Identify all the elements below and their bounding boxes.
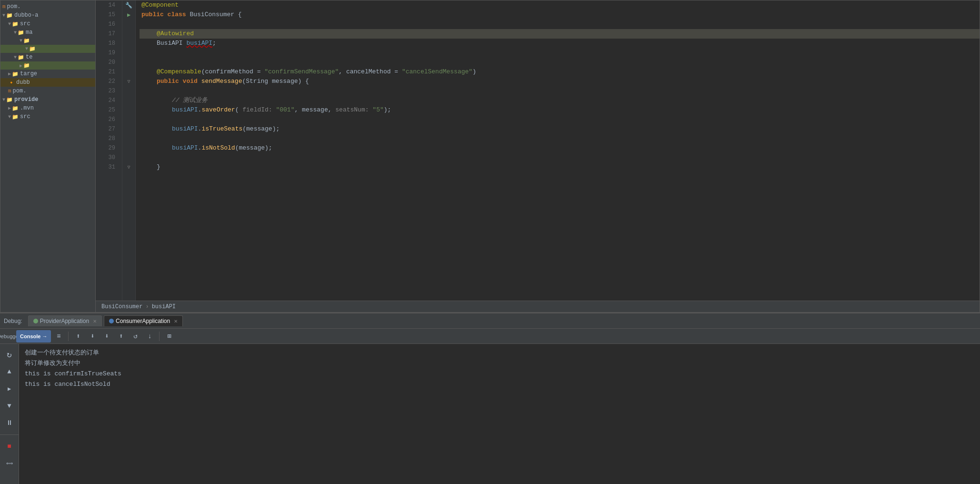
debug-side-controls: ↻ ▲ ▶ ▼ ⏸ ■ ⟺ — [0, 344, 19, 484]
debugger-tab-btn[interactable]: Debugger — [2, 330, 15, 343]
code-line-25: busiAPI.saveOrder( fieldId: "001", messa… — [140, 105, 980, 115]
icon-24 — [122, 96, 136, 105]
tree-item-mvn[interactable]: ▶ 📁 .mvn — [0, 104, 95, 112]
arrow-icon: ▶ — [8, 71, 11, 77]
line-num-20: 20 — [96, 58, 118, 67]
up-icon: ▲ — [7, 368, 11, 375]
line-num-25: 25 — [96, 105, 118, 115]
icon-21 — [122, 67, 136, 77]
folder-green-icon: 📁 — [29, 46, 36, 52]
fold-icons: 🔧 ▶ ▽ — [122, 0, 136, 301]
tree-item-target[interactable]: ▶ 📁 targe — [0, 70, 95, 78]
maven-icon: m — [8, 88, 11, 94]
tree-item-expand1[interactable]: ▼ 📁 — [0, 37, 95, 45]
arrow-icon: ▶ — [20, 63, 22, 69]
tree-item-dubbo[interactable]: ▼ 📁 dubbo-a — [0, 11, 95, 20]
stop-icon: ■ — [7, 443, 11, 450]
provider-tab-close[interactable]: ✕ — [93, 319, 97, 324]
tree-item-expand2[interactable]: ▼ 📁 — [0, 45, 95, 53]
code-line-27: busiAPI.isTrueSeats(message); — [140, 124, 980, 134]
fold-icon-31[interactable]: ▽ — [127, 164, 130, 170]
toolbar-separator-1 — [68, 332, 69, 341]
console-output[interactable]: 创建一个待支付状态的订单 将订单修改为支付中 this is confirmIs… — [19, 344, 980, 484]
tree-item-te[interactable]: ▼ 📁 te — [0, 53, 95, 61]
breadcrumb-separator: › — [145, 303, 149, 310]
step-out-btn[interactable]: ⬇ — [100, 330, 113, 343]
line-numbers: 14 15 16 17 18 19 20 21 22 23 24 25 26 2… — [96, 0, 122, 301]
tree-item-src[interactable]: ▼ 📁 src — [0, 20, 95, 28]
console-line-4: this is cancelIsNotSold — [25, 379, 974, 390]
tree-item-green2[interactable]: ▶ 📁 — [0, 61, 95, 70]
code-line-17: @Autowired — [140, 29, 980, 39]
icon-30 — [122, 153, 136, 162]
scroll-up-btn[interactable]: ▲ — [3, 365, 16, 378]
step-over-btn[interactable]: ⬆ — [71, 330, 85, 343]
line-num-24: 24 — [96, 96, 118, 105]
step-into-btn[interactable]: ⬇ — [86, 330, 99, 343]
line-num-15: 15 — [96, 10, 118, 20]
tree-item-pom2[interactable]: m pom. — [0, 87, 95, 95]
file-icon: 🔸 — [8, 80, 15, 86]
busiapi-field: busiAPI — [186, 39, 212, 48]
main-container: m pom. ▼ 📁 dubbo-a ▼ 📁 src ▼ 📁 ma ▼ 📁 — [0, 0, 980, 484]
debug-tab-consumer[interactable]: ConsumerApplication ✕ — [104, 315, 183, 326]
run-cursor-icon: ↺ — [133, 332, 137, 340]
tree-item-provider[interactable]: ▼ 📁 provide — [0, 95, 95, 104]
code-line-31: } — [140, 162, 980, 172]
file-tree: m pom. ▼ 📁 dubbo-a ▼ 📁 src ▼ 📁 ma ▼ 📁 — [0, 0, 96, 312]
fold-icon-22[interactable]: ▽ — [127, 79, 130, 84]
line-num-14: 14 — [96, 0, 118, 10]
layout-icon: ⊞ — [167, 332, 171, 340]
code-content[interactable]: @Component public class BusiConsumer { @… — [136, 0, 980, 301]
line-num-16: 16 — [96, 20, 118, 29]
filter-btn[interactable]: ≡ — [52, 330, 65, 343]
code-line-18: BusiAPI busiAPI; — [140, 39, 980, 48]
run-to-cursor-btn[interactable]: ↺ — [129, 330, 142, 343]
tree-item-src2[interactable]: ▼ 📁 src — [0, 112, 95, 121]
debug-tab-provider[interactable]: ProviderApplication ✕ — [28, 315, 102, 326]
icon-22: ▽ — [122, 77, 136, 86]
step-back-btn[interactable]: ⬆ — [114, 330, 128, 343]
stop-btn[interactable]: ■ — [3, 440, 16, 453]
breadcrumb-bar: BusiConsumer › busiAPI — [96, 301, 980, 312]
scroll-down-btn[interactable]: ▼ — [3, 399, 16, 413]
line-num-27: 27 — [96, 124, 118, 134]
consumer-tab-close[interactable]: ✕ — [174, 319, 178, 324]
tree-item-label: pom. — [7, 3, 21, 10]
console-label: Console → — [20, 333, 47, 339]
code-line-19 — [140, 48, 980, 58]
resume-btn[interactable]: ↻ — [3, 348, 16, 361]
code-editor: 14 15 16 17 18 19 20 21 22 23 24 25 26 2… — [96, 0, 980, 312]
console-line-3: this is confirmIsTrueSeats — [25, 369, 974, 379]
tree-item-dubb[interactable]: 🔸 dubb — [0, 78, 95, 87]
debug-label: Debug: — [4, 318, 22, 324]
folder-green-icon: 📁 — [23, 62, 30, 69]
annotation-component: @Component — [141, 0, 179, 10]
tree-item-pom1[interactable]: m pom. — [0, 2, 95, 11]
code-line-23 — [140, 86, 980, 96]
icon-20 — [122, 58, 136, 67]
line-num-17: 17 — [96, 29, 118, 39]
play-btn[interactable]: ▶ — [3, 382, 16, 395]
layout-btn[interactable]: ⊞ — [162, 330, 176, 343]
folder-icon: 📁 — [23, 38, 30, 44]
folder-icon: 📁 — [18, 30, 24, 36]
play-icon: ▶ — [8, 385, 11, 393]
debug-tabs-bar: Debug: ProviderApplication ✕ ConsumerApp… — [0, 313, 980, 329]
tree-item-ma[interactable]: ▼ 📁 ma — [0, 28, 95, 37]
code-line-28 — [140, 134, 980, 143]
step-into-icon: ⬇ — [90, 332, 94, 340]
code-line-24: // 测试业务 — [140, 96, 980, 105]
code-line-30 — [140, 153, 980, 162]
side-separator — [0, 434, 19, 435]
line-num-28: 28 — [96, 134, 118, 143]
breadcrumb-class: BusiConsumer — [101, 303, 142, 310]
line-num-19: 19 — [96, 48, 118, 58]
more-btn[interactable]: ⟺ — [3, 457, 16, 470]
line-num-18: 18 — [96, 39, 118, 48]
arrow-icon: ▼ — [25, 46, 28, 51]
console-tab-btn[interactable]: Console → — [16, 330, 51, 343]
code-section: 14 15 16 17 18 19 20 21 22 23 24 25 26 2… — [96, 0, 980, 301]
drop-frame-btn[interactable]: ↓ — [143, 330, 156, 343]
pause-btn[interactable]: ⏸ — [3, 416, 16, 430]
